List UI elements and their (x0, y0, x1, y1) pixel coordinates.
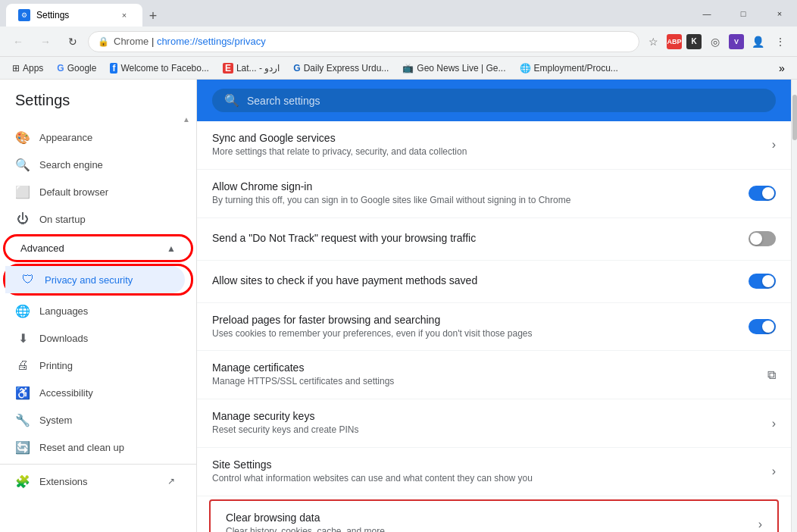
downloads-icon: ⬇ (15, 330, 30, 346)
sidebar-item-appearance[interactable]: 🎨 Appearance (0, 124, 190, 151)
chrome-signin-title: Allow Chrome sign-in (212, 180, 736, 192)
settings-preload-item[interactable]: Preload pages for faster browsing and se… (197, 303, 791, 352)
sidebar-item-search-engine[interactable]: 🔍 Search engine (0, 151, 190, 178)
extensions-label: Extensions (39, 476, 88, 487)
advanced-section-header[interactable]: Advanced ▲ (5, 236, 191, 260)
settings-dnt-item[interactable]: Send a "Do Not Track" request with your … (197, 218, 791, 261)
scrollbar-thumb[interactable] (792, 95, 797, 140)
clear-browsing-arrow-icon: › (758, 518, 762, 531)
payment-toggle[interactable] (749, 274, 776, 289)
minimize-button[interactable]: — (689, 0, 724, 27)
payment-title: Allow sites to check if you have payment… (212, 274, 736, 286)
site-name: Chrome (114, 36, 148, 47)
close-button[interactable]: × (762, 0, 797, 27)
maximize-button[interactable]: □ (726, 0, 761, 27)
dnt-toggle[interactable] (749, 231, 776, 246)
new-tab-button[interactable]: + (142, 5, 164, 27)
settings-payment-item[interactable]: Allow sites to check if you have payment… (197, 261, 791, 303)
settings-list: Sync and Google services More settings t… (197, 121, 791, 532)
appearance-icon: 🎨 (15, 130, 30, 145)
extensions-external-icon: ↗ (167, 476, 175, 487)
active-tab[interactable]: ⚙ Settings × (6, 4, 142, 27)
manage-certs-title: Manage certificates (212, 361, 755, 374)
refresh-button[interactable]: ↻ (61, 30, 85, 54)
navigation-bar: ← → ↻ 🔒 Chrome | chrome://settings/priva… (0, 27, 797, 57)
bookmark-geo[interactable]: 📺 Geo News Live | Ge... (396, 61, 511, 75)
site-settings-content: Site Settings Control what information w… (212, 458, 760, 485)
main-layout: Settings ▲ 🎨 Appearance 🔍 Search engine … (0, 80, 797, 532)
manage-certs-action: ⧉ (767, 368, 776, 382)
bookmark-employment[interactable]: 🌐 Employment/Procu... (514, 61, 624, 75)
manage-certs-external-icon: ⧉ (767, 368, 776, 382)
forward-button[interactable]: → (33, 30, 58, 54)
sidebar-item-default-browser[interactable]: ⬜ Default browser (0, 178, 190, 205)
sidebar-item-on-startup[interactable]: ⏻ On startup (0, 205, 190, 233)
extension-k-icon[interactable]: K (686, 34, 702, 49)
titlebar: ⚙ Settings × + — □ × (0, 0, 797, 27)
bookmark-button[interactable]: ☆ (642, 31, 664, 52)
printing-label: Printing (39, 360, 73, 371)
search-input[interactable] (247, 95, 764, 107)
chrome-signin-desc: By turning this off, you can sign in to … (212, 194, 736, 207)
search-icon: 🔍 (224, 93, 239, 108)
settings-sync-item[interactable]: Sync and Google services More settings t… (197, 121, 791, 170)
search-engine-label: Search engine (39, 159, 103, 171)
sync-action: › (772, 138, 776, 152)
address-bar[interactable]: 🔒 Chrome | chrome://settings/privacy (88, 31, 639, 52)
clear-browsing-action: › (758, 518, 762, 531)
bookmarks-more-button[interactable]: » (773, 59, 791, 77)
url-separator: | (152, 36, 157, 47)
content-area: 🔍 Sync and Google services More settings… (197, 80, 791, 532)
lock-icon: 🔒 (98, 36, 109, 47)
settings-security-keys-item[interactable]: Manage security keys Reset security keys… (197, 399, 791, 448)
default-browser-label: Default browser (39, 186, 108, 198)
bookmark-facebook[interactable]: f Welcome to Facebo... (104, 61, 215, 75)
advanced-arrow: ▲ (167, 243, 176, 254)
security-keys-desc: Reset security keys and create PINs (212, 424, 760, 437)
system-icon: 🔧 (15, 412, 30, 427)
manage-certs-desc: Manage HTTPS/SSL certificates and settin… (212, 375, 755, 388)
chrome-signin-toggle[interactable] (749, 186, 776, 201)
bookmark-express[interactable]: G Daily Express Urdu... (287, 61, 395, 75)
settings-chrome-signin-item[interactable]: Allow Chrome sign-in By turning this off… (197, 170, 791, 218)
preload-content: Preload pages for faster browsing and se… (212, 314, 736, 340)
search-bar[interactable]: 🔍 (212, 89, 776, 112)
privacy-label: Privacy and security (45, 274, 133, 286)
preload-desc: Uses cookies to remember your preference… (212, 327, 736, 340)
settings-clear-browsing-item[interactable]: Clear browsing data Clear history, cooki… (211, 501, 777, 532)
sync-title: Sync and Google services (212, 132, 760, 144)
sidebar-divider (0, 464, 196, 465)
vpn-icon[interactable]: V (729, 34, 744, 49)
privacy-section-highlight: 🛡 Privacy and security (3, 264, 193, 296)
back-button[interactable]: ← (6, 30, 30, 54)
clear-browsing-content: Clear browsing data Clear history, cooki… (226, 512, 746, 532)
advanced-label: Advanced (20, 243, 64, 254)
adblock-icon[interactable]: ABP (667, 34, 682, 49)
sidebar-item-reset[interactable]: 🔄 Reset and clean up (0, 433, 190, 461)
extension-button[interactable]: ◎ (705, 31, 726, 52)
preload-toggle[interactable] (749, 319, 776, 334)
tab-close-button[interactable]: × (118, 9, 130, 21)
menu-button[interactable]: ⋮ (770, 31, 791, 52)
sidebar-item-downloads[interactable]: ⬇ Downloads (0, 324, 190, 352)
bookmark-apps[interactable]: ⊞ Apps (6, 61, 49, 75)
accessibility-label: Accessibility (39, 387, 93, 399)
on-startup-icon: ⏻ (15, 211, 30, 227)
security-keys-arrow-icon: › (772, 417, 776, 430)
bookmarks-bar: ⊞ Apps G Google f Welcome to Facebo... E… (0, 57, 797, 80)
clear-browsing-highlight: Clear browsing data Clear history, cooki… (209, 499, 779, 532)
payment-action (749, 274, 776, 289)
appearance-label: Appearance (39, 132, 92, 143)
sidebar-item-system[interactable]: 🔧 System (0, 406, 190, 433)
bookmark-google[interactable]: G Google (51, 61, 102, 75)
site-settings-title: Site Settings (212, 458, 760, 471)
sidebar-item-extensions[interactable]: 🧩 Extensions ↗ (0, 468, 190, 495)
sidebar-item-privacy[interactable]: 🛡 Privacy and security (5, 266, 185, 293)
bookmark-lat[interactable]: E Lat... - اردو (217, 61, 286, 75)
sidebar-item-accessibility[interactable]: ♿ Accessibility (0, 379, 190, 406)
settings-manage-certs-item[interactable]: Manage certificates Manage HTTPS/SSL cer… (197, 351, 791, 399)
sidebar-item-languages[interactable]: 🌐 Languages (0, 297, 190, 324)
settings-site-settings-item[interactable]: Site Settings Control what information w… (197, 448, 791, 496)
profile-button[interactable]: 👤 (747, 31, 768, 52)
sidebar-item-printing[interactable]: 🖨 Printing (0, 352, 190, 379)
